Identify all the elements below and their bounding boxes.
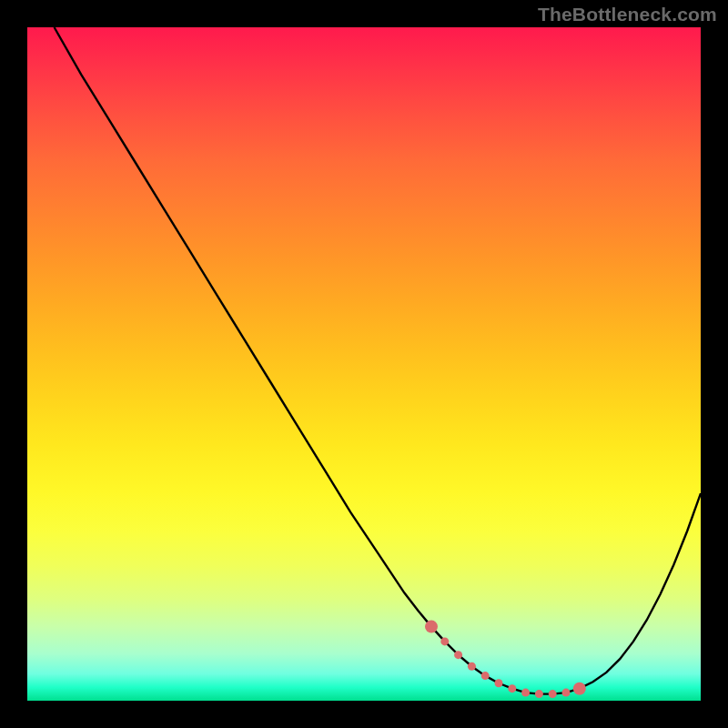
curve-marker [535, 690, 543, 698]
curve-marker [562, 689, 571, 697]
bottleneck-curve-line [55, 27, 701, 694]
curve-marker [495, 679, 503, 687]
curve-marker [468, 662, 476, 671]
curve-marker [549, 690, 557, 698]
curve-marker [425, 621, 438, 633]
curve-marker [521, 689, 530, 697]
curve-marker [440, 637, 449, 645]
curve-marker [573, 682, 586, 695]
curve-marker [508, 684, 516, 693]
chart-svg [27, 27, 701, 701]
curve-marker [481, 672, 490, 680]
curve-marker [454, 651, 462, 659]
chart-plot-area [27, 27, 701, 701]
watermark-text: TheBottleneck.com [538, 4, 717, 25]
